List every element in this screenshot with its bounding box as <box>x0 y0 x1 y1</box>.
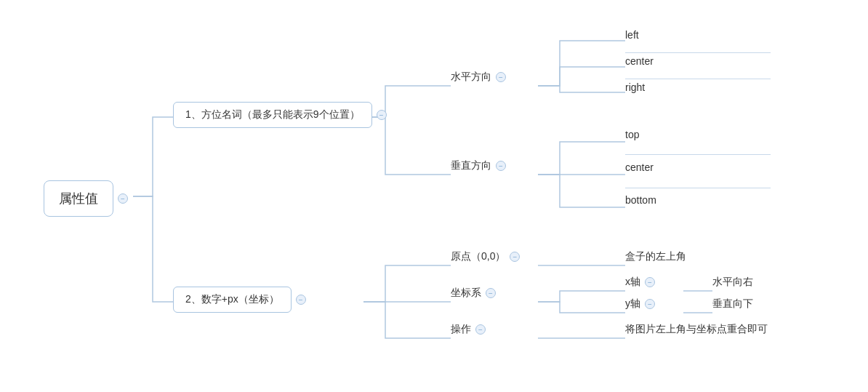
xaxis-node: x轴 − <box>625 276 655 289</box>
root-collapse-btn[interactable]: − <box>118 193 128 204</box>
leaf-right: right <box>625 81 645 93</box>
leaf-center2: center <box>625 161 654 173</box>
leaf-origin-val: 盒子的左上角 <box>625 250 686 263</box>
leaf-bottom: bottom <box>625 194 656 206</box>
vertical-label: 垂直方向 <box>451 159 491 172</box>
sep-center-right <box>625 79 771 79</box>
branch2-node: 2、数字+px（坐标） − <box>173 287 306 313</box>
branch1-node: 1、方位名词（最多只能表示9个位置） − <box>173 102 387 128</box>
leaf-operation-val: 将图片左上角与坐标点重合即可 <box>625 323 768 336</box>
operation-collapse-btn[interactable]: − <box>475 324 486 335</box>
operation-label: 操作 <box>451 323 471 336</box>
leaf-yaxis-val: 垂直向下 <box>712 297 753 311</box>
vertical-node: 垂直方向 − <box>451 159 506 172</box>
branch1-label: 1、方位名词（最多只能表示9个位置） <box>173 102 372 128</box>
vertical-collapse-btn[interactable]: − <box>496 161 506 171</box>
sep-top-center2 <box>625 154 771 155</box>
root-node: 属性值 − <box>44 180 128 217</box>
branch2-collapse-btn[interactable]: − <box>296 295 306 305</box>
coordinate-label: 坐标系 <box>451 287 481 300</box>
horizontal-label: 水平方向 <box>451 71 491 84</box>
leaf-center1: center <box>625 55 654 67</box>
coordinate-node: 坐标系 − <box>451 287 496 300</box>
yaxis-collapse-btn[interactable]: − <box>645 299 655 309</box>
origin-collapse-btn[interactable]: − <box>510 252 520 262</box>
yaxis-label: y轴 <box>625 297 640 311</box>
branch2-label: 2、数字+px（坐标） <box>173 287 292 313</box>
leaf-left: left <box>625 29 639 41</box>
leaf-xaxis-val: 水平向右 <box>712 276 753 289</box>
sep-center2-bottom <box>625 188 771 188</box>
branch1-collapse-btn[interactable]: − <box>377 110 387 120</box>
xaxis-collapse-btn[interactable]: − <box>645 277 655 287</box>
horizontal-node: 水平方向 − <box>451 71 506 84</box>
root-label: 属性值 <box>44 180 113 217</box>
operation-node: 操作 − <box>451 323 486 336</box>
yaxis-node: y轴 − <box>625 297 655 311</box>
origin-node: 原点（0,0） − <box>451 250 520 263</box>
xaxis-label: x轴 <box>625 276 640 289</box>
sep-left-center <box>625 52 771 53</box>
leaf-top: top <box>625 129 639 140</box>
horizontal-collapse-btn[interactable]: − <box>496 72 506 82</box>
origin-label: 原点（0,0） <box>451 250 505 263</box>
coordinate-collapse-btn[interactable]: − <box>486 288 496 298</box>
